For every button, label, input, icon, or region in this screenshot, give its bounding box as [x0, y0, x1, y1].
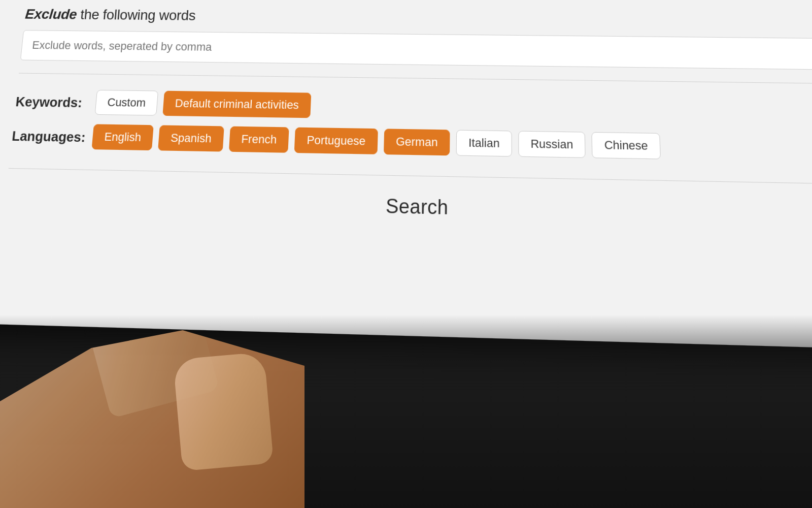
keywords-label: Keywords: [15, 89, 97, 111]
languages-label: Languages: [11, 123, 94, 146]
chip-custom[interactable]: Custom [95, 90, 158, 116]
keywords-row: Keywords: Custom Default criminal activi… [14, 89, 812, 126]
exclude-title-em: Exclude [24, 6, 78, 22]
exclude-section: Exclude the following words [19, 0, 812, 84]
chip-chinese[interactable]: Chinese [592, 132, 661, 160]
chip-russian[interactable]: Russian [518, 131, 586, 158]
screen: Exclude the following words Keywords: Cu… [0, 0, 812, 351]
kw-lang-section: Keywords: Custom Default criminal activi… [9, 74, 812, 184]
chip-italian[interactable]: Italian [456, 130, 512, 157]
languages-row: Languages: English Spanish French Portug… [11, 123, 812, 163]
keywords-chips: Custom Default criminal activities [95, 90, 312, 118]
finger-2-shape [173, 352, 274, 471]
chip-spanish[interactable]: Spanish [158, 125, 224, 151]
languages-chips: English Spanish French Portuguese German… [91, 124, 661, 159]
chip-french[interactable]: French [229, 126, 289, 153]
screen-content: Exclude the following words Keywords: Cu… [0, 0, 812, 351]
exclude-title: Exclude the following words [24, 6, 812, 30]
exclude-words-input[interactable] [20, 30, 812, 70]
search-button[interactable]: Search [386, 195, 449, 219]
chip-german[interactable]: German [384, 129, 450, 155]
chip-english[interactable]: English [91, 124, 154, 150]
exclude-title-rest: the following words [76, 7, 196, 23]
chip-portuguese[interactable]: Portuguese [294, 128, 378, 154]
screen-container: Exclude the following words Keywords: Cu… [0, 0, 812, 508]
chip-default-criminal[interactable]: Default criminal activities [162, 91, 311, 118]
